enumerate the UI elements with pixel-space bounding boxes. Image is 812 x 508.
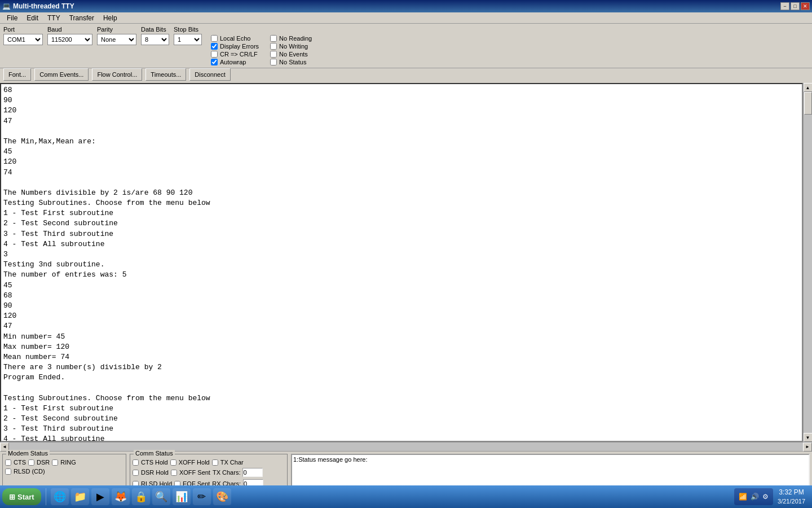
taskbar-paint-icon[interactable]: 🎨: [213, 488, 231, 505]
modem-row1: CTS DSR RING: [5, 459, 123, 466]
databits-group: Data Bits 8: [141, 26, 169, 45]
no-writing-label: No Writing: [279, 43, 308, 50]
vertical-scrollbar[interactable]: ▲ ▼: [803, 83, 812, 442]
title-bar: 💻 Multi-threaded TTY − □ ✕: [0, 0, 812, 12]
comm-row2: DSR Hold XOFF Sent TX Chars:: [133, 468, 285, 477]
font-button[interactable]: Font...: [3, 68, 31, 81]
local-echo-checkbox[interactable]: [211, 35, 218, 42]
checkbox-group-left: Local Echo Display Errors CR => CR/LF Au…: [211, 35, 259, 65]
display-errors-checkbox[interactable]: [211, 43, 218, 50]
stopbits-group: Stop Bits 1: [174, 26, 202, 45]
no-status-checkbox[interactable]: [270, 59, 277, 65]
disconnect-button[interactable]: Disconnect: [189, 68, 230, 81]
stopbits-label: Stop Bits: [174, 26, 202, 33]
autowrap-row: Autowrap: [211, 59, 259, 65]
no-status-row: No Status: [270, 59, 312, 65]
hscroll-track[interactable]: [9, 443, 803, 451]
taskbar-media-icon[interactable]: ▶: [91, 488, 109, 505]
cts-label: CTS: [14, 459, 26, 466]
menu-transfer[interactable]: Transfer: [65, 14, 99, 23]
tray-icon-3: ⚙: [762, 493, 769, 501]
no-events-label: No Events: [279, 51, 308, 58]
menu-tty[interactable]: TTY: [43, 14, 65, 23]
modem-row2: RLSD (CD): [5, 468, 123, 475]
status-message-text: 1:Status message go here:: [293, 456, 367, 463]
scroll-thumb[interactable]: [804, 92, 812, 115]
taskbar-search-icon[interactable]: 🔍: [152, 488, 170, 505]
scroll-right-button[interactable]: ►: [803, 443, 812, 452]
clock[interactable]: 3:32 PM 3/21/2017: [778, 488, 805, 505]
xoff-sent-checkbox[interactable]: [171, 470, 177, 476]
tx-chars-input[interactable]: [242, 468, 263, 477]
rlsd-checkbox[interactable]: [5, 468, 11, 475]
scroll-track[interactable]: [804, 92, 812, 433]
ring-checkbox[interactable]: [52, 459, 58, 466]
display-errors-row: Display Errors: [211, 43, 259, 50]
terminal-wrapper: 68 90 120 47 The Min,Max,Mean are: 45 12…: [0, 83, 803, 442]
horizontal-scrollbar[interactable]: ◄ ►: [0, 442, 812, 451]
autowrap-label: Autowrap: [220, 59, 246, 65]
taskbar-firefox-icon[interactable]: 🦊: [112, 488, 130, 505]
local-echo-row: Local Echo: [211, 35, 259, 42]
no-events-row: No Events: [270, 51, 312, 58]
taskbar-edit-icon[interactable]: ✏: [193, 488, 211, 505]
no-reading-checkbox[interactable]: [270, 35, 277, 42]
taskbar-right: 📶 🔊 ⚙ 3:32 PM 3/21/2017: [734, 488, 810, 505]
dsr-checkbox[interactable]: [28, 459, 34, 466]
baud-label: Baud: [47, 26, 92, 33]
start-label: Start: [17, 493, 34, 501]
parity-select[interactable]: None: [97, 34, 136, 45]
dsr-hold-checkbox[interactable]: [133, 470, 139, 476]
clock-date: 3/21/2017: [778, 497, 805, 505]
terminal[interactable]: 68 90 120 47 The Min,Max,Mean are: 45 12…: [0, 83, 803, 442]
volume-tray-icon: 🔊: [751, 493, 759, 501]
xoff-hold-label: XOFF Hold: [179, 459, 210, 466]
no-events-checkbox[interactable]: [270, 51, 277, 58]
no-writing-checkbox[interactable]: [270, 43, 277, 50]
tx-char-checkbox[interactable]: [212, 459, 218, 466]
taskbar-ie-icon[interactable]: 🌐: [51, 488, 69, 505]
databits-select[interactable]: 8: [141, 34, 169, 45]
xoff-hold-checkbox[interactable]: [170, 459, 176, 466]
timeouts-button[interactable]: Timeouts...: [145, 68, 186, 81]
taskbar-stats-icon[interactable]: 📊: [173, 488, 191, 505]
menu-file[interactable]: File: [2, 14, 22, 23]
title-bar-buttons: − □ ✕: [780, 2, 810, 10]
title-text: Multi-threaded TTY: [13, 2, 74, 10]
no-reading-row: No Reading: [270, 35, 312, 42]
no-status-label: No Status: [279, 59, 306, 65]
cts-checkbox[interactable]: [5, 459, 11, 466]
menu-edit[interactable]: Edit: [22, 14, 43, 23]
minimize-button[interactable]: −: [780, 2, 789, 10]
no-reading-label: No Reading: [279, 35, 312, 42]
display-errors-label: Display Errors: [220, 43, 259, 50]
comm-events-button[interactable]: Comm Events...: [34, 68, 89, 81]
port-select[interactable]: COM1: [3, 34, 43, 45]
toolbar-buttons-row: Font... Comm Events... Flow Control... T…: [0, 68, 812, 83]
local-echo-label: Local Echo: [220, 35, 250, 42]
cts-hold-checkbox[interactable]: [133, 459, 139, 466]
title-bar-left: 💻 Multi-threaded TTY: [2, 2, 74, 10]
stopbits-select[interactable]: 1: [174, 34, 202, 45]
baud-select[interactable]: 115200: [47, 34, 92, 45]
menu-help[interactable]: Help: [99, 14, 122, 23]
flow-control-button[interactable]: Flow Control...: [92, 68, 142, 81]
modem-status-title: Modem Status: [6, 450, 50, 457]
taskbar-security-icon[interactable]: 🔒: [132, 488, 150, 505]
dsr-label: DSR: [37, 459, 50, 466]
toolbar: Port COM1 Baud 115200 Parity None Data B…: [0, 24, 812, 68]
cr-crlf-checkbox[interactable]: [211, 51, 218, 58]
title-icon: 💻: [2, 2, 11, 10]
start-button[interactable]: ⊞ Start: [2, 488, 41, 505]
taskbar-explorer-icon[interactable]: 📁: [71, 488, 89, 505]
system-tray[interactable]: 📶 🔊 ⚙: [734, 488, 773, 505]
scroll-up-button[interactable]: ▲: [804, 83, 813, 92]
cts-hold-label: CTS Hold: [141, 459, 168, 466]
rlsd-label: RLSD (CD): [14, 468, 45, 475]
maximize-button[interactable]: □: [791, 2, 800, 10]
comm-row1: CTS Hold XOFF Hold TX Char: [133, 459, 285, 466]
close-button[interactable]: ✕: [801, 2, 810, 10]
scroll-down-button[interactable]: ▼: [804, 433, 813, 442]
autowrap-checkbox[interactable]: [211, 59, 218, 65]
cr-crlf-label: CR => CR/LF: [220, 51, 258, 58]
